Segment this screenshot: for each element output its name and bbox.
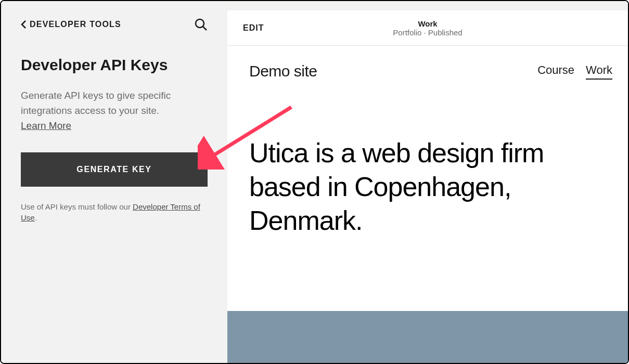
site-preview: EDIT Work Portfolio · Published Demo sit… — [227, 1, 628, 363]
panel-title: Developer API Keys — [21, 56, 208, 74]
preview-top-strip — [227, 1, 628, 10]
edit-button[interactable]: EDIT — [243, 23, 264, 33]
hero-section: Utica is a web design firm based in Cope… — [227, 89, 628, 258]
terms-suffix: . — [35, 213, 37, 222]
terms-prefix: Use of API keys must follow our — [21, 202, 133, 211]
learn-more-link[interactable]: Learn More — [21, 120, 208, 132]
hero-image-band — [227, 311, 628, 363]
sidebar-header: DEVELOPER TOOLS — [21, 18, 208, 31]
site-title: Demo site — [249, 62, 317, 80]
nav-links: Course Work — [537, 63, 612, 80]
site-nav: Demo site Course Work — [227, 46, 628, 89]
terms-text: Use of API keys must follow our Develope… — [21, 201, 208, 223]
svg-line-1 — [203, 27, 207, 30]
chevron-left-icon — [21, 20, 27, 29]
page-meta: Work Portfolio · Published — [393, 19, 462, 37]
search-icon[interactable] — [194, 18, 208, 31]
page-status: Portfolio · Published — [393, 28, 462, 37]
back-label: DEVELOPER TOOLS — [30, 20, 121, 29]
nav-link-course[interactable]: Course — [537, 63, 574, 80]
page-name: Work — [393, 19, 462, 28]
panel-description: Generate API keys to give specific integ… — [21, 88, 208, 118]
hero-text: Utica is a web design firm based in Cope… — [249, 136, 612, 238]
settings-sidebar: DEVELOPER TOOLS Developer API Keys Gener… — [1, 1, 227, 363]
generate-key-button[interactable]: GENERATE KEY — [21, 152, 208, 187]
preview-toolbar: EDIT Work Portfolio · Published — [227, 10, 628, 46]
back-link[interactable]: DEVELOPER TOOLS — [21, 20, 121, 29]
svg-point-0 — [196, 19, 204, 28]
nav-link-work[interactable]: Work — [586, 63, 612, 80]
